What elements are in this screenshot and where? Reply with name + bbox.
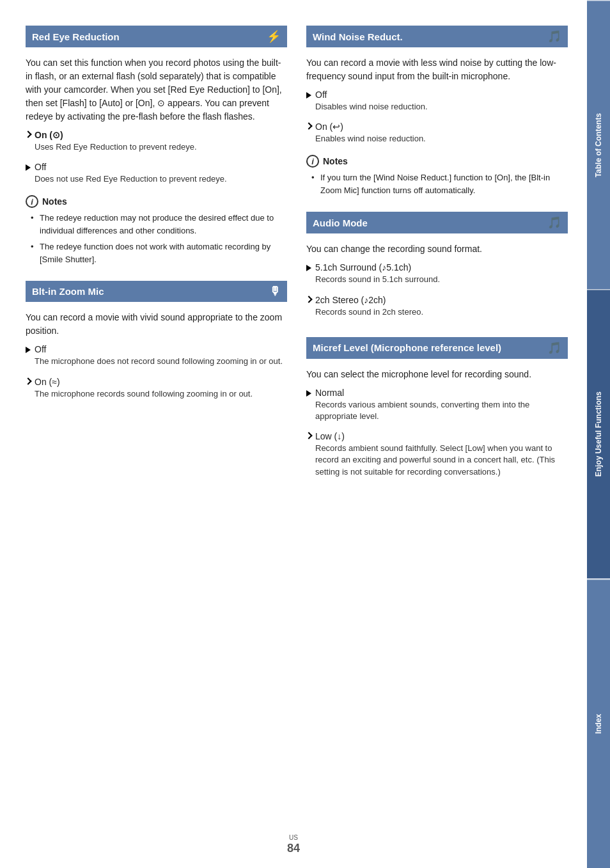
- blt-in-zoom-mic-text: You can record a movie with vivid sound …: [26, 311, 287, 338]
- option-off-wind-content: Off Disables wind noise reduction.: [315, 90, 568, 116]
- option-off-zoom-arrow: [26, 347, 31, 353]
- sidebar-tab-toc[interactable]: Table of Contents: [587, 0, 610, 289]
- left-column: Red Eye Reduction ⚡ You can set this fun…: [26, 26, 287, 830]
- option-on-wind-desc: Enables wind noise reduction.: [315, 133, 568, 145]
- red-eye-reduction-text: You can set this function when you recor…: [26, 56, 287, 123]
- option-on-desc: Uses Red Eye Reduction to prevent redeye…: [35, 141, 287, 153]
- micref-level-title: Micref Level (Microphone reference level…: [313, 342, 501, 353]
- wind-noise-header: Wind Noise Reduct. 🎵: [306, 26, 568, 47]
- red-eye-notes: i Notes The redeye reduction may not pro…: [26, 195, 287, 265]
- option-off-zoom-content: Off The microphone does not record sound…: [35, 344, 287, 371]
- option-off-wind: Off Disables wind noise reduction.: [306, 90, 568, 116]
- option-low-mic: Low (↓) Records ambient sound faithfully…: [306, 431, 568, 482]
- option-on-wind-label: On (↩): [315, 122, 568, 132]
- audio-mode-body: You can change the recording sound forma…: [306, 242, 568, 321]
- option-off-desc: Does not use Red Eye Reduction to preven…: [35, 173, 287, 185]
- micref-level-header: Micref Level (Microphone reference level…: [306, 337, 568, 359]
- option-on-zoom-label: On (≈): [35, 377, 287, 387]
- red-eye-reduction-header: Red Eye Reduction ⚡: [26, 26, 287, 47]
- notes-icon: i: [26, 195, 38, 208]
- option-on-zoommic: On (≈) The microphone records sound foll…: [26, 377, 287, 404]
- note-item-2: The redeye function does not work with a…: [31, 241, 287, 265]
- option-off-arrow: [26, 164, 31, 171]
- country-label: US: [289, 834, 298, 841]
- option-51ch-desc: Records sound in 5.1ch surround.: [315, 274, 568, 285]
- red-eye-reduction-title: Red Eye Reduction: [32, 31, 120, 42]
- notes-label: Notes: [42, 196, 67, 207]
- wind-notes-label: Notes: [323, 156, 348, 166]
- red-eye-notes-header: i Notes: [26, 195, 287, 208]
- option-on-zoom-content: On (≈) The microphone records sound foll…: [35, 377, 287, 404]
- option-on-wind: On (↩) Enables wind noise reduction.: [306, 122, 568, 148]
- option-off-wind-desc: Disables wind noise reduction.: [315, 101, 568, 113]
- blt-in-zoom-mic-body: You can record a movie with vivid sound …: [26, 311, 287, 403]
- option-on-redeye: On (⊙) Uses Red Eye Reduction to prevent…: [26, 130, 287, 157]
- wind-note-item-1: If you turn the [Wind Noise Reduct.] fun…: [311, 171, 568, 196]
- blt-in-zoom-mic-section: Blt-in Zoom Mic 🎙 You can record a movie…: [26, 281, 287, 403]
- blt-in-zoom-mic-header: Blt-in Zoom Mic 🎙: [26, 281, 287, 302]
- option-2ch-desc: Records sound in 2ch stereo.: [315, 306, 568, 318]
- blt-in-zoom-mic-title: Blt-in Zoom Mic: [32, 286, 104, 297]
- option-off-zoommic: Off The microphone does not record sound…: [26, 344, 287, 371]
- option-51ch-arrow: [306, 265, 311, 271]
- red-eye-icon: ⚡: [267, 29, 281, 43]
- option-normal-mic-content: Normal Records various ambient sounds, c…: [315, 388, 568, 426]
- option-low-mic-content: Low (↓) Records ambient sound faithfully…: [315, 431, 568, 482]
- audio-mode-text: You can change the recording sound forma…: [306, 242, 568, 256]
- option-on-zoom-arrow: [24, 377, 31, 384]
- option-normal-mic-arrow: [306, 390, 311, 397]
- page-number: 84: [0, 842, 587, 855]
- wind-noise-body: You can record a movie with less wind no…: [306, 56, 568, 196]
- option-51ch-content: 5.1ch Surround (♪5.1ch) Records sound in…: [315, 262, 568, 289]
- sidebar-tab-enjoy[interactable]: Enjoy Useful Functions: [587, 289, 610, 578]
- option-2ch-label: 2ch Stereo (♪2ch): [315, 295, 568, 305]
- sidebar-tab-toc-label: Table of Contents: [594, 113, 603, 177]
- option-normal-mic: Normal Records various ambient sounds, c…: [306, 388, 568, 426]
- option-low-mic-desc: Records ambient sound faithfully. Select…: [315, 443, 568, 478]
- option-normal-mic-desc: Records various ambient sounds, converti…: [315, 399, 568, 422]
- audio-icon: 🎵: [547, 216, 561, 230]
- option-on-content: On (⊙) Uses Red Eye Reduction to prevent…: [35, 130, 287, 157]
- micref-icon: 🎵: [547, 341, 561, 355]
- option-on-zoom-desc: The microphone records sound following z…: [35, 388, 287, 400]
- wind-noise-section: Wind Noise Reduct. 🎵 You can record a mo…: [306, 26, 568, 196]
- option-off-label: Off: [35, 162, 287, 172]
- wind-notes: i Notes If you turn the [Wind Noise Redu…: [306, 155, 568, 196]
- red-eye-notes-list: The redeye reduction may not produce the…: [26, 212, 287, 265]
- zoom-mic-icon: 🎙: [269, 285, 281, 298]
- option-on-arrow: [24, 130, 31, 138]
- option-51ch-label: 5.1ch Surround (♪5.1ch): [315, 262, 568, 272]
- option-2ch-arrow: [305, 296, 312, 303]
- micref-level-text: You can select the microphone level for …: [306, 368, 568, 381]
- audio-mode-section: Audio Mode 🎵 You can change the recordin…: [306, 212, 568, 321]
- main-content: Red Eye Reduction ⚡ You can set this fun…: [0, 0, 587, 868]
- right-column: Wind Noise Reduct. 🎵 You can record a mo…: [306, 26, 568, 830]
- option-51ch: 5.1ch Surround (♪5.1ch) Records sound in…: [306, 262, 568, 289]
- wind-icon: 🎵: [547, 29, 561, 43]
- option-low-mic-label: Low (↓): [315, 431, 568, 441]
- option-off-content: Off Does not use Red Eye Reduction to pr…: [35, 162, 287, 189]
- wind-noise-text: You can record a movie with less wind no…: [306, 56, 568, 83]
- micref-level-section: Micref Level (Microphone reference level…: [306, 337, 568, 482]
- red-eye-reduction-body: You can set this function when you recor…: [26, 56, 287, 265]
- option-off-zoom-desc: The microphone does not record sound fol…: [35, 356, 287, 367]
- page-footer: US 84: [0, 833, 587, 855]
- red-eye-reduction-section: Red Eye Reduction ⚡ You can set this fun…: [26, 26, 287, 265]
- option-on-label: On (⊙): [35, 130, 287, 140]
- option-off-redeye: Off Does not use Red Eye Reduction to pr…: [26, 162, 287, 189]
- wind-notes-icon: i: [306, 155, 319, 168]
- sidebar-tab-index[interactable]: Index: [587, 579, 610, 868]
- option-normal-mic-label: Normal: [315, 388, 568, 398]
- note-item-1: The redeye reduction may not produce the…: [31, 212, 287, 237]
- option-off-wind-label: Off: [315, 90, 568, 100]
- option-on-wind-arrow: [305, 123, 312, 130]
- option-off-zoom-label: Off: [35, 344, 287, 354]
- option-off-wind-arrow: [306, 92, 311, 99]
- option-on-wind-content: On (↩) Enables wind noise reduction.: [315, 122, 568, 148]
- wind-noise-title: Wind Noise Reduct.: [313, 31, 403, 42]
- sidebar-tab-enjoy-label: Enjoy Useful Functions: [594, 391, 603, 477]
- option-low-mic-arrow: [305, 432, 312, 439]
- sidebar-tab-index-label: Index: [594, 714, 603, 734]
- wind-notes-header: i Notes: [306, 155, 568, 168]
- option-2ch: 2ch Stereo (♪2ch) Records sound in 2ch s…: [306, 295, 568, 322]
